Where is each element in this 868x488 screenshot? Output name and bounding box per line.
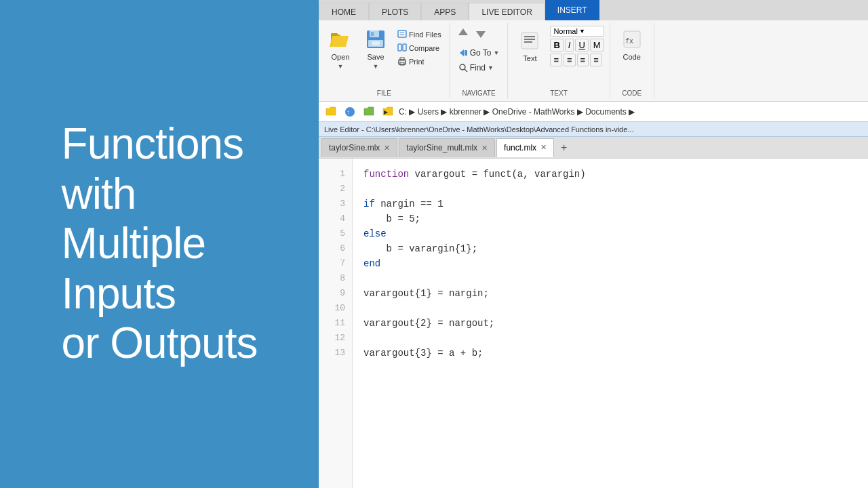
line-num-9: 9	[340, 286, 345, 301]
code-button[interactable]: fx Code	[616, 26, 648, 63]
code-label: Code	[623, 53, 641, 62]
line-num-2: 2	[340, 182, 345, 197]
tab-home[interactable]: HOME	[319, 3, 369, 20]
code-line-11: varargout{2} = nargout;	[363, 316, 857, 331]
goto-arrow: ▼	[494, 49, 500, 56]
line-num-10: 10	[334, 301, 345, 316]
folder-bar: ↑ ▶ C: ▶ Users ▶ kbrenner ▶ OneDrive - M…	[319, 102, 868, 122]
style-dropdown[interactable]: Normal ▼	[550, 26, 604, 37]
compare-button[interactable]: Compare	[395, 42, 444, 54]
text-group-label: TEXT	[513, 88, 604, 98]
tab-apps[interactable]: APPS	[421, 3, 469, 20]
nav-down-button[interactable]	[473, 26, 488, 43]
find-label: Find	[470, 63, 486, 73]
monospace-button[interactable]: M	[590, 39, 604, 52]
tab-live-editor[interactable]: LIVE EDITOR	[469, 3, 545, 20]
list-ordered-button[interactable]: ≡	[564, 54, 576, 66]
find-icon	[458, 63, 468, 73]
goto-button[interactable]: Go To ▼	[456, 46, 502, 60]
open-label: Open	[332, 53, 350, 62]
navigate-group-label: NAVIGATE	[456, 88, 502, 98]
tab-0-close[interactable]: ✕	[384, 144, 390, 152]
folder-nav-icon3[interactable]	[361, 106, 377, 118]
ribbon-tabs: HOME PLOTS APPS LIVE EDITOR INSERT	[319, 0, 868, 20]
indent-increase-button[interactable]: ≡	[590, 54, 602, 66]
status-text: Live Editor - C:\Users\kbrenner\OneDrive…	[324, 125, 633, 134]
folder-nav-icon4[interactable]: ▶	[380, 106, 396, 118]
svg-point-17	[460, 64, 465, 70]
nav-up-button[interactable]	[456, 26, 471, 43]
ribbon-body: Open ▼ Save ▼	[319, 20, 868, 102]
svg-rect-8	[398, 30, 406, 37]
left-panel: FunctionswithMultipleInputsor Outputs	[0, 0, 319, 488]
text-button[interactable]: Text	[513, 27, 546, 64]
navigate-group-content: Go To ▼ Find ▼	[456, 23, 502, 75]
find-button[interactable]: Find ▼	[456, 61, 502, 75]
line-num-7: 7	[340, 256, 345, 271]
editor-tab-2[interactable]: funct.mlx ✕	[496, 138, 554, 157]
svg-rect-12	[403, 44, 406, 51]
goto-icon	[458, 48, 468, 58]
code-line-7: end	[363, 256, 857, 271]
save-button[interactable]: Save ▼	[359, 26, 392, 72]
line-num-4: 4	[340, 211, 345, 226]
svg-text:fx: fx	[625, 37, 633, 45]
folder-nav-icon2[interactable]: ↑	[342, 106, 358, 118]
code-line-13: varargout{3} = a + b;	[363, 346, 857, 361]
svg-rect-2	[331, 33, 338, 36]
code-line-5: else	[363, 226, 857, 241]
code-line-8	[363, 271, 857, 286]
code-line-12	[363, 331, 857, 346]
line-num-11: 11	[334, 316, 345, 331]
find-files-button[interactable]: Find Files	[395, 28, 444, 41]
status-bar: Live Editor - C:\Users\kbrenner\OneDrive…	[319, 122, 868, 137]
print-button[interactable]: Print	[395, 56, 444, 68]
ribbon-group-navigate: Go To ▼ Find ▼ NAVIGATE	[450, 23, 509, 98]
open-button[interactable]: Open ▼	[324, 26, 357, 72]
file-group-content: Open ▼ Save ▼	[324, 23, 444, 88]
code-icon: fx	[620, 27, 644, 52]
compare-icon	[397, 43, 407, 53]
line-numbers: 12345678910111213	[319, 159, 353, 488]
text-label: Text	[523, 54, 536, 63]
breadcrumb-path: C: ▶ Users ▶ kbrenner ▶ OneDrive - MathW…	[399, 107, 635, 117]
line-num-1: 1	[340, 167, 345, 182]
ribbon-group-text: Text Normal ▼ B I U M	[508, 23, 610, 98]
bold-button[interactable]: B	[550, 39, 563, 52]
underline-button[interactable]: U	[575, 39, 588, 52]
code-content[interactable]: function varargout = funct(a, varargin) …	[353, 159, 868, 488]
code-editor: 12345678910111213 function varargout = f…	[319, 159, 868, 488]
tab-2-close[interactable]: ✕	[540, 143, 547, 152]
line-num-5: 5	[340, 226, 345, 241]
right-panel: HOME PLOTS APPS LIVE EDITOR INSERT	[319, 0, 868, 488]
title-text: FunctionswithMultipleInputsor Outputs	[62, 119, 258, 369]
code-line-10	[363, 301, 857, 316]
save-arrow: ▼	[373, 63, 379, 70]
code-group-content: fx Code	[616, 23, 648, 88]
open-icon	[328, 27, 353, 52]
compare-label: Compare	[409, 44, 439, 52]
editor-tab-1[interactable]: taylorSine_mult.mlx ✕	[399, 138, 495, 157]
file-group-label: FILE	[324, 88, 444, 98]
add-tab-button[interactable]: +	[555, 140, 572, 155]
nav-down-icon	[473, 26, 488, 41]
nav-arrows	[456, 26, 502, 45]
text-icon	[517, 28, 542, 53]
text-format-row: B I U M	[550, 39, 604, 52]
editor-tab-0[interactable]: taylorSine.mlx ✕	[321, 138, 397, 157]
find-files-icon	[397, 30, 407, 39]
italic-button[interactable]: I	[565, 39, 574, 52]
tab-insert[interactable]: INSERT	[545, 0, 599, 20]
tab-0-label: taylorSine.mlx	[329, 143, 380, 152]
tab-plots[interactable]: PLOTS	[369, 3, 421, 20]
tab-1-close[interactable]: ✕	[481, 144, 488, 152]
indent-decrease-button[interactable]: ≡	[577, 54, 589, 66]
find-arrow: ▼	[488, 64, 494, 71]
svg-rect-16	[465, 50, 467, 56]
folder-nav-icon1[interactable]	[323, 106, 339, 118]
list-unordered-button[interactable]: ≡	[550, 54, 562, 66]
svg-line-18	[465, 69, 467, 72]
text-row1: Text Normal ▼ B I U M	[513, 26, 604, 66]
svg-text:↑: ↑	[347, 108, 350, 116]
open-arrow: ▼	[338, 63, 344, 70]
